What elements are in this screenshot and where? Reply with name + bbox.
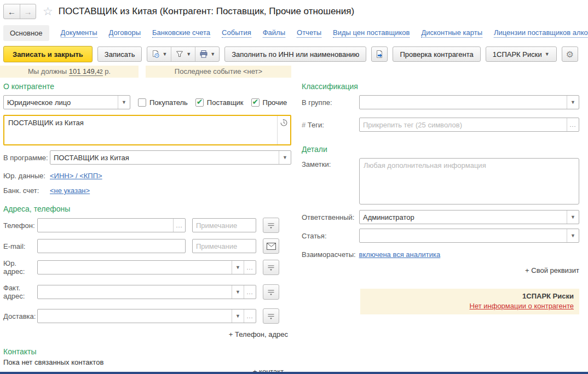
group-select[interactable]: ▼ xyxy=(359,95,579,109)
email-note-input[interactable] xyxy=(193,239,256,253)
delivery-field[interactable]: ▼ ... xyxy=(37,309,256,323)
ellipsis-button[interactable]: ... xyxy=(173,219,185,232)
actual-address-label: Факт. адрес: xyxy=(3,284,37,300)
tags-field[interactable]: ... xyxy=(359,118,579,132)
group-label: В группе: xyxy=(302,98,359,107)
legal-address-row: Юр. адрес: ▼ ... xyxy=(3,259,291,276)
actual-address-comment-button[interactable] xyxy=(263,284,279,300)
tab-files[interactable]: Файлы xyxy=(263,28,285,38)
write-email-button[interactable] xyxy=(263,238,279,254)
delivery-input[interactable] xyxy=(38,309,232,323)
phone-input[interactable] xyxy=(38,219,173,232)
phone-note-field[interactable] xyxy=(192,218,256,232)
ellipsis-button[interactable]: ... xyxy=(244,261,256,274)
note-lines-icon xyxy=(267,288,275,296)
save-button[interactable]: Записать xyxy=(97,46,142,62)
ellipsis-button[interactable]: ... xyxy=(244,285,256,299)
dropdown-arrow-icon[interactable]: ▼ xyxy=(232,261,244,274)
add-custom-attribute-link[interactable]: + Свой реквизит xyxy=(525,266,579,274)
we-owe-cents: 42 xyxy=(96,69,102,75)
tab-documents[interactable]: Документы xyxy=(61,28,97,38)
spark-no-info-link[interactable]: Нет информации о контрагенте xyxy=(470,302,574,310)
email-input[interactable] xyxy=(38,239,185,253)
tab-supplier-price-types[interactable]: Виды цен поставщиков xyxy=(333,28,410,38)
import-data-button[interactable] xyxy=(371,46,388,62)
checkbox-buyer-label: Покупатель xyxy=(149,98,188,107)
phone-field[interactable]: ... xyxy=(37,218,186,232)
group-input[interactable] xyxy=(360,96,567,109)
dropdown-arrow-icon[interactable]: ▼ xyxy=(567,211,579,224)
add-phone-address-link[interactable]: + Телефон, адрес xyxy=(229,330,288,338)
section-header-classification: Классификация xyxy=(302,82,579,91)
settlements-link[interactable]: включена вся аналитика xyxy=(359,250,441,259)
responsible-input[interactable] xyxy=(360,211,567,224)
responsible-select[interactable]: ▼ xyxy=(359,210,579,224)
section-header-about: О контрагенте xyxy=(3,82,291,91)
checkbox-other[interactable]: Прочие xyxy=(251,98,287,107)
fill-by-inn-button[interactable]: Заполнить по ИНН или наименованию xyxy=(224,46,366,62)
tab-bank-accounts[interactable]: Банковские счета xyxy=(152,28,210,38)
save-close-button[interactable]: Записать и закрыть xyxy=(3,46,93,62)
tab-discount-cards[interactable]: Дисконтные карты xyxy=(421,28,482,38)
counterparty-name-value[interactable]: ПОСТАВЩИК из Китая xyxy=(4,116,277,144)
notes-textarea[interactable]: Любая дополнительная информация xyxy=(359,158,579,204)
counterparty-name-field[interactable]: ПОСТАВЩИК из Китая xyxy=(3,115,291,145)
dropdown-arrow-icon[interactable]: ▼ xyxy=(567,96,579,109)
create-based-on-button[interactable]: ▼ xyxy=(147,47,171,61)
tab-main[interactable]: Основное xyxy=(3,25,49,41)
favorite-star-icon[interactable]: ☆ xyxy=(43,5,53,18)
tab-contracts[interactable]: Договоры xyxy=(109,28,141,38)
spark-risks-button[interactable]: 1СПАРК Риски▼ xyxy=(486,46,557,62)
legal-address-comment-button[interactable] xyxy=(263,260,279,275)
phone-comment-button[interactable] xyxy=(263,218,279,233)
bank-account-label: Банк. счет: xyxy=(3,186,50,195)
funnel-icon xyxy=(175,50,184,59)
we-owe-amount-link[interactable]: 101 149,42 xyxy=(69,67,103,76)
forward-button[interactable]: → xyxy=(20,4,36,19)
counterparty-type-input[interactable] xyxy=(4,96,118,109)
ellipsis-button[interactable]: ... xyxy=(567,118,579,131)
ellipsis-button[interactable]: ... xyxy=(244,309,256,323)
phone-note-input[interactable] xyxy=(193,219,256,232)
dropdown-arrow-icon[interactable]: ▼ xyxy=(232,285,244,299)
actual-address-field[interactable]: ▼ ... xyxy=(37,285,256,299)
legal-data-link[interactable]: <ИНН> / <КПП> xyxy=(50,172,102,180)
actual-address-input[interactable] xyxy=(38,285,232,299)
settings-gear-button[interactable]: ⚙ xyxy=(562,46,578,62)
dropdown-arrow-icon[interactable]: ▼ xyxy=(567,229,579,242)
article-input[interactable] xyxy=(360,229,567,242)
legal-address-input[interactable] xyxy=(38,261,232,274)
article-select[interactable]: ▼ xyxy=(359,229,579,243)
email-field[interactable] xyxy=(37,239,186,253)
tab-reports[interactable]: Отчеты xyxy=(297,28,321,38)
dropdown-arrow-icon[interactable]: ▼ xyxy=(279,151,291,164)
note-lines-icon xyxy=(267,312,275,320)
counterparty-type-select[interactable]: ▼ xyxy=(3,95,130,109)
checkbox-supplier[interactable]: Поставщик xyxy=(195,98,244,107)
spark-panel-title: 1СПАРК Риски xyxy=(366,292,574,300)
tags-input[interactable] xyxy=(360,118,567,131)
bank-account-row: Банк. счет: <не указан> xyxy=(3,186,291,195)
info-bar: Мы должны 101 149,42 р. Последнее событи… xyxy=(0,66,291,78)
we-owe-currency: р. xyxy=(105,67,111,75)
back-button[interactable]: ← xyxy=(4,4,20,19)
dropdown-arrow-icon[interactable]: ▼ xyxy=(232,309,244,323)
check-counterparty-label: Проверка контрагента xyxy=(400,50,473,59)
envelope-icon xyxy=(267,243,276,250)
in-program-select[interactable]: ▼ xyxy=(50,150,291,165)
tab-events[interactable]: События xyxy=(222,28,251,38)
print-button[interactable]: ▼ xyxy=(195,47,219,61)
delivery-comment-button[interactable] xyxy=(263,308,279,324)
email-note-field[interactable] xyxy=(192,239,256,253)
checkbox-buyer[interactable]: Покупатель xyxy=(138,98,188,107)
left-column: О контрагенте ▼ Покупатель Поставщик Про… xyxy=(3,82,291,366)
check-counterparty-button[interactable]: Проверка контрагента xyxy=(393,46,480,62)
filter-button[interactable]: ▼ xyxy=(171,47,195,61)
history-button[interactable] xyxy=(277,116,290,144)
in-program-input[interactable] xyxy=(50,151,279,164)
legal-address-field[interactable]: ▼ ... xyxy=(37,260,256,274)
dropdown-arrow-icon[interactable]: ▼ xyxy=(118,96,130,109)
tab-alcohol-licenses[interactable]: Лицензии поставщиков алкогольной xyxy=(494,28,588,38)
bank-account-link[interactable]: <не указан> xyxy=(50,186,90,195)
tab-bar: Основное Документы Договоры Банковские с… xyxy=(3,24,588,42)
